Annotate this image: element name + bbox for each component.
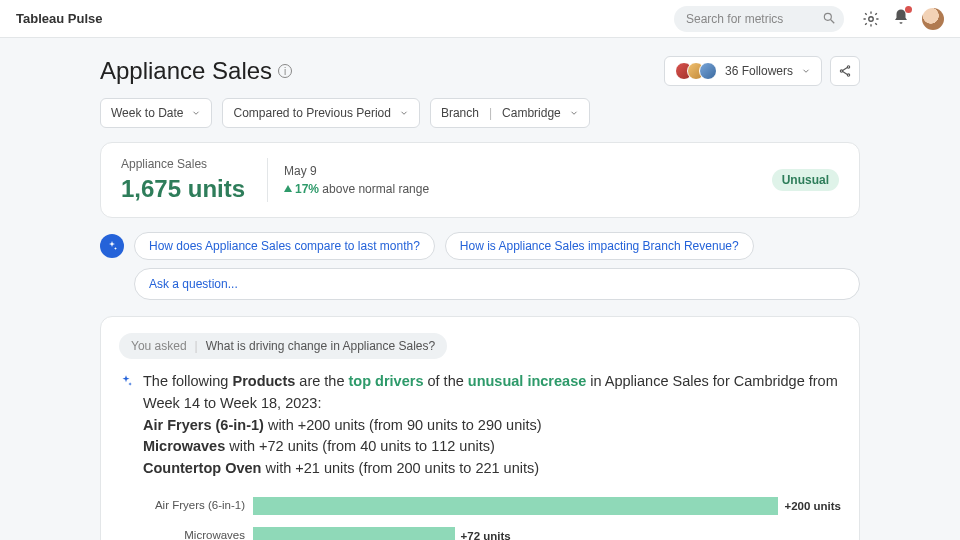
notifications-button[interactable] bbox=[892, 8, 910, 29]
filter-time-label: Week to Date bbox=[111, 106, 183, 120]
chart-bar bbox=[253, 497, 778, 515]
answer-card: You asked | What is driving change in Ap… bbox=[100, 316, 860, 540]
avatar-icon bbox=[699, 62, 717, 80]
info-icon[interactable]: i bbox=[278, 64, 292, 78]
svg-point-3 bbox=[847, 66, 849, 68]
chevron-down-icon bbox=[399, 108, 409, 118]
answer-seg: Microwaves bbox=[143, 438, 225, 454]
sparkle-icon bbox=[106, 240, 118, 252]
filter-comparison[interactable]: Compared to Previous Period bbox=[222, 98, 419, 128]
driver-bar-chart: Air Fryers (6-in-1)+200 unitsMicrowaves+… bbox=[143, 494, 841, 540]
metric-delta-row: 17% above normal range bbox=[284, 182, 429, 196]
search-icon bbox=[822, 11, 836, 25]
answer-seg: Countertop Oven bbox=[143, 460, 261, 476]
sparkle-icon bbox=[119, 374, 133, 480]
share-icon bbox=[838, 64, 852, 78]
divider-icon bbox=[267, 158, 268, 202]
brand: Tableau Pulse bbox=[16, 11, 102, 26]
chart-value-label: +200 units bbox=[784, 500, 841, 512]
svg-line-6 bbox=[843, 68, 848, 71]
answer-seg: unusual increase bbox=[468, 373, 586, 389]
followers-count: 36 Followers bbox=[725, 64, 793, 78]
search-wrap bbox=[674, 6, 844, 32]
answer-seg: with +72 units (from 40 units to 112 uni… bbox=[225, 438, 495, 454]
filter-time[interactable]: Week to Date bbox=[100, 98, 212, 128]
metric-delta: 17% bbox=[295, 182, 319, 196]
questions-row: How does Appliance Sales compare to last… bbox=[100, 232, 860, 260]
gear-icon[interactable] bbox=[862, 10, 880, 28]
chart-track: +72 units bbox=[253, 527, 841, 540]
metric-card: Appliance Sales 1,675 units May 9 17% ab… bbox=[100, 142, 860, 218]
answer-seg: with +21 units (from 200 units to 221 un… bbox=[261, 460, 539, 476]
answer-seg: Products bbox=[232, 373, 295, 389]
chart-row: Air Fryers (6-in-1)+200 units bbox=[143, 494, 841, 518]
followers-avatars bbox=[675, 62, 717, 80]
svg-point-5 bbox=[847, 74, 849, 76]
search-input[interactable] bbox=[674, 6, 844, 32]
filter-comparison-label: Compared to Previous Period bbox=[233, 106, 390, 120]
chart-track: +200 units bbox=[253, 497, 841, 515]
notification-dot-icon bbox=[905, 6, 912, 13]
status-badge: Unusual bbox=[772, 169, 839, 191]
suggestion-pill[interactable]: How is Appliance Sales impacting Branch … bbox=[445, 232, 754, 260]
metric-value: 1,675 units bbox=[121, 175, 251, 203]
answer-seg: of the bbox=[423, 373, 467, 389]
answer-seg: The following bbox=[143, 373, 232, 389]
followers-button[interactable]: 36 Followers bbox=[664, 56, 822, 86]
svg-line-7 bbox=[843, 72, 848, 75]
answer-seg: Air Fryers (6-in-1) bbox=[143, 417, 264, 433]
asked-prefix: You asked bbox=[131, 339, 187, 353]
asked-pill: You asked | What is driving change in Ap… bbox=[119, 333, 447, 359]
metric-label: Appliance Sales bbox=[121, 157, 251, 171]
ai-sparkle-button[interactable] bbox=[100, 234, 124, 258]
metric-delta-suffix: above normal range bbox=[319, 182, 429, 196]
asked-question: What is driving change in Appliance Sale… bbox=[206, 339, 435, 353]
svg-line-1 bbox=[831, 19, 835, 23]
metric-date: May 9 bbox=[284, 164, 429, 178]
answer-seg: top drivers bbox=[349, 373, 424, 389]
divider-icon: | bbox=[195, 339, 198, 353]
svg-point-4 bbox=[840, 70, 842, 72]
chevron-down-icon bbox=[569, 108, 579, 118]
chevron-down-icon bbox=[191, 108, 201, 118]
chart-row: Microwaves+72 units bbox=[143, 524, 841, 540]
triangle-up-icon bbox=[284, 185, 292, 192]
chart-category-label: Microwaves bbox=[143, 529, 253, 540]
answer-text: The following Products are the top drive… bbox=[143, 371, 841, 480]
answer-seg: with +200 units (from 90 units to 290 un… bbox=[264, 417, 542, 433]
chart-value-label: +72 units bbox=[461, 530, 511, 540]
ask-input[interactable] bbox=[134, 268, 860, 300]
page-title: Appliance Sales i bbox=[100, 57, 292, 85]
answer-seg: are the bbox=[295, 373, 348, 389]
svg-point-2 bbox=[869, 16, 874, 21]
suggestion-pill[interactable]: How does Appliance Sales compare to last… bbox=[134, 232, 435, 260]
share-button[interactable] bbox=[830, 56, 860, 86]
topbar: Tableau Pulse bbox=[0, 0, 960, 38]
chart-bar bbox=[253, 527, 455, 540]
chevron-down-icon bbox=[801, 66, 811, 76]
chart-category-label: Air Fryers (6-in-1) bbox=[143, 499, 253, 512]
filter-dimension-name: Branch bbox=[441, 106, 479, 120]
svg-point-0 bbox=[824, 13, 831, 20]
filter-dimension-value: Cambridge bbox=[502, 106, 561, 120]
filters-row: Week to Date Compared to Previous Period… bbox=[100, 98, 860, 128]
filter-dimension[interactable]: Branch | Cambridge bbox=[430, 98, 590, 128]
page-title-text: Appliance Sales bbox=[100, 57, 272, 85]
title-row: Appliance Sales i 36 Followers bbox=[100, 56, 860, 86]
divider-icon: | bbox=[489, 106, 492, 120]
avatar[interactable] bbox=[922, 8, 944, 30]
